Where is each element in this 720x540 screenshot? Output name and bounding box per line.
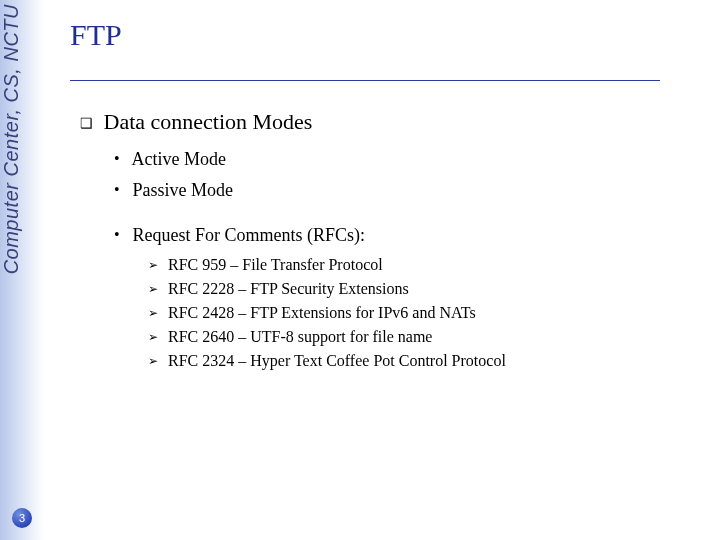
rfc-item-text: RFC 2228 – FTP Security Extensions bbox=[168, 280, 409, 297]
rfc-item-text: RFC 2428 – FTP Extensions for IPv6 and N… bbox=[168, 304, 476, 321]
sidebar: Computer Center, CS, NCTU 3 bbox=[0, 0, 44, 540]
arrow-bullet-icon: ➢ bbox=[148, 282, 164, 296]
page-number-badge: 3 bbox=[12, 508, 32, 528]
list-item: ➢ RFC 2640 – UTF-8 support for file name bbox=[148, 328, 700, 346]
slide-title: FTP bbox=[70, 18, 700, 52]
mode-item-text: Active Mode bbox=[132, 149, 226, 169]
rfc-heading-text: Request For Comments (RFCs): bbox=[133, 225, 366, 245]
rfc-item-text: RFC 959 – File Transfer Protocol bbox=[168, 256, 383, 273]
list-item: ➢ RFC 2228 – FTP Security Extensions bbox=[148, 280, 700, 298]
list-item: • Active Mode bbox=[114, 149, 700, 170]
square-bullet-icon: ❑ bbox=[80, 115, 98, 131]
slide-content: FTP ❑ Data connection Modes • Active Mod… bbox=[70, 18, 700, 376]
arrow-bullet-icon: ➢ bbox=[148, 306, 164, 320]
list-item: ➢ RFC 959 – File Transfer Protocol bbox=[148, 256, 700, 274]
section-heading-text: Data connection Modes bbox=[104, 109, 313, 134]
arrow-bullet-icon: ➢ bbox=[148, 330, 164, 344]
section-heading: ❑ Data connection Modes bbox=[80, 109, 700, 135]
rfc-item-text: RFC 2640 – UTF-8 support for file name bbox=[168, 328, 432, 345]
list-item: ➢ RFC 2428 – FTP Extensions for IPv6 and… bbox=[148, 304, 700, 322]
bullet-icon: • bbox=[114, 181, 128, 199]
arrow-bullet-icon: ➢ bbox=[148, 258, 164, 272]
mode-item-text: Passive Mode bbox=[133, 180, 234, 200]
title-divider bbox=[70, 80, 660, 81]
arrow-bullet-icon: ➢ bbox=[148, 354, 164, 368]
list-item: • Passive Mode bbox=[114, 180, 700, 201]
org-text: Computer Center, CS, NCTU bbox=[0, 4, 44, 274]
list-item: ➢ RFC 2324 – Hyper Text Coffee Pot Contr… bbox=[148, 352, 700, 370]
rfc-heading: • Request For Comments (RFCs): bbox=[114, 225, 700, 246]
bullet-icon: • bbox=[114, 150, 128, 168]
rfc-item-text: RFC 2324 – Hyper Text Coffee Pot Control… bbox=[168, 352, 506, 369]
bullet-icon: • bbox=[114, 226, 128, 244]
